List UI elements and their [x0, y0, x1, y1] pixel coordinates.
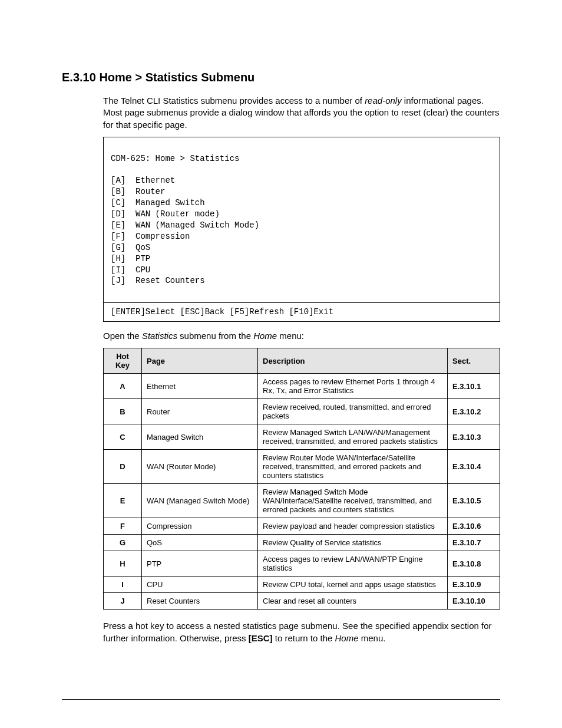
cell-sect: E.3.10.5 [448, 484, 500, 518]
cell-key: J [104, 593, 142, 610]
cell-desc: Review Managed Switch Mode WAN/Interface… [258, 484, 448, 518]
cell-sect: E.3.10.6 [448, 518, 500, 535]
table-row: C Managed Switch Review Managed Switch L… [104, 424, 500, 450]
cell-desc: Review payload and header compression st… [258, 518, 448, 535]
cli-item: [J] Reset Counters [111, 276, 205, 285]
open-em1: Statistics [142, 331, 177, 341]
cell-key: A [104, 374, 142, 399]
cell-key: G [104, 535, 142, 551]
table-row: F Compression Review payload and header … [104, 518, 500, 535]
table-row: A Ethernet Access pages to review Ethern… [104, 374, 500, 399]
cli-item: [G] QoS [111, 243, 150, 252]
hotkey-table: Hot Key Page Description Sect. A Etherne… [103, 348, 500, 610]
cell-sect: E.3.10.1 [448, 374, 500, 399]
cell-page: WAN (Router Mode) [142, 450, 258, 484]
cell-sect: E.3.10.7 [448, 535, 500, 551]
cell-desc: Access pages to review LAN/WAN/PTP Engin… [258, 551, 448, 577]
cell-page: WAN (Managed Switch Mode) [142, 484, 258, 518]
cell-sect: E.3.10.10 [448, 593, 500, 610]
outro-mid: to return to the [273, 633, 335, 643]
cell-key: B [104, 399, 142, 424]
cli-item: [H] PTP [111, 254, 150, 263]
cell-desc: Review Managed Switch LAN/WAN/Management… [258, 424, 448, 450]
cell-sect: E.3.10.2 [448, 399, 500, 424]
cell-page: Router [142, 399, 258, 424]
table-body: A Ethernet Access pages to review Ethern… [104, 374, 500, 610]
cli-item: [D] WAN (Router mode) [111, 209, 220, 219]
cell-key: E [104, 484, 142, 518]
cell-page: Compression [142, 518, 258, 535]
outro-post: menu. [359, 633, 386, 643]
cell-key: D [104, 450, 142, 484]
cell-page: Ethernet [142, 374, 258, 399]
table-row: H PTP Access pages to review LAN/WAN/PTP… [104, 551, 500, 577]
open-em2: Home [253, 331, 277, 341]
outro-paragraph: Press a hot key to access a nested stati… [103, 620, 500, 644]
cli-divider [104, 302, 500, 303]
th-sect: Sect. [448, 348, 500, 374]
cli-item: [F] Compression [111, 232, 190, 241]
cell-desc: Clear and reset all counters [258, 593, 448, 610]
page-footer-rule [62, 699, 500, 700]
table-row: J Reset Counters Clear and reset all cou… [104, 593, 500, 610]
table-row: B Router Review received, routed, transm… [104, 399, 500, 424]
table-row: D WAN (Router Mode) Review Router Mode W… [104, 450, 500, 484]
cell-key: F [104, 518, 142, 535]
cell-sect: E.3.10.8 [448, 551, 500, 577]
cli-item: [C] Managed Switch [111, 198, 205, 207]
cell-page: Reset Counters [142, 593, 258, 610]
open-post: menu: [277, 331, 304, 341]
open-pre: Open the [103, 331, 142, 341]
outro-key: [ESC] [249, 633, 273, 643]
cell-sect: E.3.10.9 [448, 577, 500, 593]
cell-page: PTP [142, 551, 258, 577]
cell-page: Managed Switch [142, 424, 258, 450]
cli-item: [B] Router [111, 187, 165, 196]
cell-key: C [104, 424, 142, 450]
intro-pre: The Telnet CLI Statistics submenu provid… [103, 95, 365, 106]
cell-desc: Access pages to review Ethernet Ports 1 … [258, 374, 448, 399]
cell-sect: E.3.10.3 [448, 424, 500, 450]
table-row: E WAN (Managed Switch Mode) Review Manag… [104, 484, 500, 518]
body-block: The Telnet CLI Statistics submenu provid… [103, 95, 500, 644]
outro-em: Home [335, 633, 359, 643]
table-row: I CPU Review CPU total, kernel and apps … [104, 577, 500, 593]
table-row: G QoS Review Quality of Service statisti… [104, 535, 500, 551]
table-header-row: Hot Key Page Description Sect. [104, 348, 500, 374]
page: E.3.10 Home > Statistics Submenu The Tel… [0, 0, 562, 728]
cell-desc: Review received, routed, transmitted, an… [258, 399, 448, 424]
th-hotkey: Hot Key [104, 348, 142, 374]
cell-page: CPU [142, 577, 258, 593]
cli-title: CDM-625: Home > Statistics [111, 154, 239, 163]
cli-box: CDM-625: Home > Statistics [A] Ethernet … [103, 137, 500, 322]
th-page: Page [142, 348, 258, 374]
cell-key: I [104, 577, 142, 593]
cli-item: [I] CPU [111, 265, 150, 275]
cell-page: QoS [142, 535, 258, 551]
intro-em: read-only [365, 95, 402, 106]
cell-desc: Review CPU total, kernel and apps usage … [258, 577, 448, 593]
cell-desc: Review Router Mode WAN/Interface/Satelli… [258, 450, 448, 484]
th-description: Description [258, 348, 448, 374]
cell-desc: Review Quality of Service statistics [258, 535, 448, 551]
intro-paragraph: The Telnet CLI Statistics submenu provid… [103, 95, 500, 131]
open-mid: submenu from the [177, 331, 253, 341]
open-line: Open the Statistics submenu from the Hom… [103, 330, 500, 342]
section-heading: E.3.10 Home > Statistics Submenu [62, 71, 500, 84]
cell-key: H [104, 551, 142, 577]
cli-item: [A] Ethernet [111, 176, 175, 185]
cell-sect: E.3.10.4 [448, 450, 500, 484]
cli-item: [E] WAN (Managed Switch Mode) [111, 220, 259, 230]
cli-footer: [ENTER]Select [ESC]Back [F5]Refresh [F10… [111, 307, 333, 317]
